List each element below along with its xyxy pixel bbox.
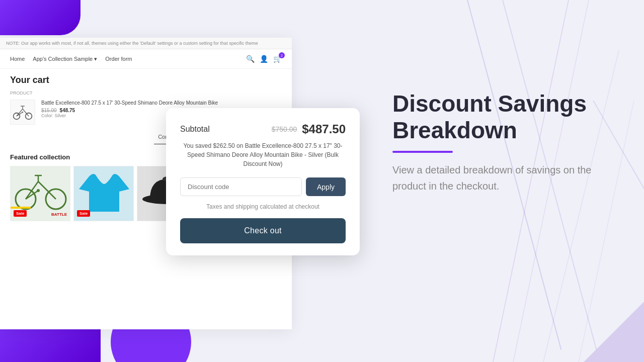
- original-price: $750.00: [272, 125, 297, 133]
- product-name: Battle Excellence-800 27.5 x 17' 30-Spee…: [41, 100, 218, 106]
- page-description: View a detailed breakdown of savings on …: [392, 162, 604, 194]
- cart-badge: 2: [279, 52, 285, 58]
- tax-note: Taxes and shipping calculated at checkou…: [180, 203, 346, 210]
- nav-icons: 🔍 👤 🛒 2: [246, 54, 282, 63]
- right-content: Discount Savings Breakdown View a detail…: [392, 90, 604, 194]
- svg-point-20: [37, 189, 40, 192]
- nav-links: Home App's Collection Sample ▾ Order for…: [10, 56, 132, 62]
- product-old-price: $15.00: [41, 108, 57, 113]
- cart-title: Your cart: [10, 75, 282, 85]
- shop-notice: NOTE: Our app works with most, if not al…: [0, 38, 292, 49]
- title-divider: [392, 151, 453, 153]
- sale-badge-tshirt: Sale: [77, 210, 90, 217]
- nav-collection[interactable]: App's Collection Sample ▾: [33, 56, 97, 62]
- subtotal-prices: $750.00 $487.50: [272, 122, 346, 136]
- checkout-button[interactable]: Check out: [180, 218, 346, 243]
- account-icon[interactable]: 👤: [260, 55, 268, 63]
- svg-rect-21: [11, 207, 31, 209]
- shop-nav: Home App's Collection Sample ▾ Order for…: [0, 49, 292, 69]
- svg-point-12: [22, 112, 23, 113]
- apply-button[interactable]: Apply: [306, 177, 346, 196]
- featured-item-bike[interactable]: Sale BATTLE: [10, 166, 70, 221]
- svg-line-16: [38, 182, 56, 199]
- bg-decoration-topleft: [0, 0, 80, 35]
- nav-home[interactable]: Home: [10, 56, 25, 62]
- nav-orderform[interactable]: Order form: [105, 56, 132, 62]
- product-col-label: PRODUCT: [10, 90, 282, 96]
- subtotal-label: Subtotal: [180, 125, 210, 134]
- svg-marker-4: [584, 302, 644, 362]
- discounted-price: $487.50: [302, 122, 346, 136]
- product-new-price: $48.75: [60, 108, 75, 113]
- savings-text: You saved $262.50 on Battle Excellence-8…: [180, 141, 346, 168]
- discount-row: Apply: [180, 177, 346, 196]
- page-title: Discount Savings Breakdown: [392, 90, 604, 144]
- product-image: [10, 100, 35, 125]
- search-icon[interactable]: 🔍: [246, 55, 255, 63]
- sale-badge-bike: Sale: [14, 210, 27, 217]
- subtotal-row: Subtotal $750.00 $487.50: [180, 122, 346, 136]
- cart-modal: Subtotal $750.00 $487.50 You saved $262.…: [166, 108, 360, 255]
- cart-icon[interactable]: 🛒 2: [273, 54, 282, 63]
- featured-item-tshirt[interactable]: Sale: [73, 166, 134, 221]
- brand-badge: BATTLE: [51, 212, 67, 217]
- discount-input[interactable]: [180, 177, 302, 196]
- svg-line-15: [26, 182, 38, 199]
